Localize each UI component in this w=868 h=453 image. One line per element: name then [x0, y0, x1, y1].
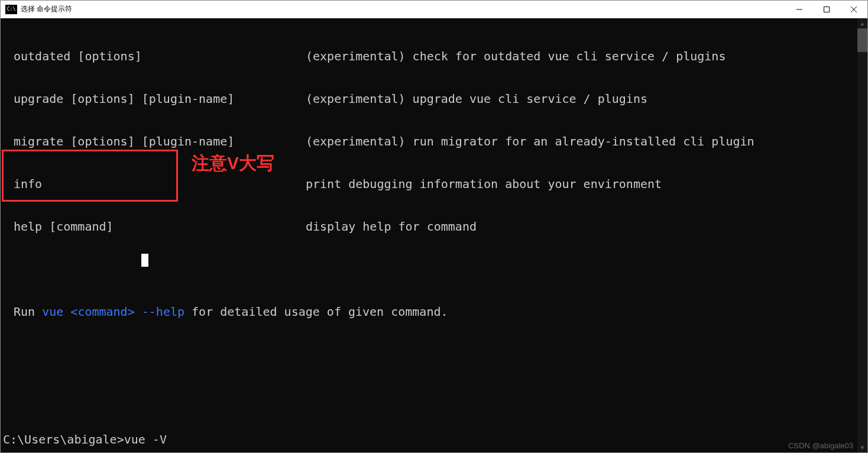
annotation-text: 注意V大写 — [192, 151, 274, 176]
cmd-icon: C:\ — [5, 5, 17, 14]
scroll-down-arrow-icon[interactable]: ▼ — [857, 442, 867, 452]
terminal-body[interactable]: outdated [options](experimental) check f… — [1, 18, 867, 452]
help-desc: (experimental) check for outdated vue cl… — [306, 49, 726, 63]
window-title: 选择 命令提示符 — [21, 4, 786, 14]
terminal-output: outdated [options](experimental) check f… — [1, 18, 867, 452]
maximize-button[interactable] — [813, 1, 840, 18]
titlebar[interactable]: C:\ 选择 命令提示符 — [1, 1, 867, 18]
help-cmd: migrate [options] [plugin-name] — [1, 134, 306, 148]
minimize-button[interactable] — [786, 1, 813, 18]
help-desc: display help for command — [306, 219, 477, 234]
keyword-vue-command: vue <command> — [42, 305, 135, 319]
help-cmd: help [command] — [1, 219, 306, 234]
scrollbar-thumb[interactable] — [857, 28, 867, 52]
cmd-window: C:\ 选择 命令提示符 outdated [options](experime… — [0, 0, 868, 453]
window-controls — [786, 1, 867, 18]
help-desc: (experimental) run migrator for an alrea… — [306, 134, 754, 148]
mouse-cursor-block — [141, 254, 148, 267]
scroll-up-arrow-icon[interactable]: ▲ — [857, 18, 867, 28]
keyword-help-flag: --help — [142, 305, 184, 319]
help-desc: print debugging information about your e… — [306, 177, 662, 191]
help-cmd: info — [1, 177, 306, 191]
run-hint-line: Run vue <command> --help for detailed us… — [1, 305, 867, 319]
close-button[interactable] — [840, 1, 867, 18]
help-cmd: outdated [options] — [1, 49, 306, 63]
prompt-line: C:\Users\abigale>vue -V — [1, 432, 867, 446]
vertical-scrollbar[interactable]: ▲ ▼ — [857, 18, 867, 452]
help-cmd: upgrade [options] [plugin-name] — [1, 92, 306, 106]
watermark-text: CSDN @abigale03 — [788, 441, 853, 450]
help-desc: (experimental) upgrade vue cli service /… — [306, 92, 647, 106]
svg-rect-1 — [824, 7, 830, 12]
